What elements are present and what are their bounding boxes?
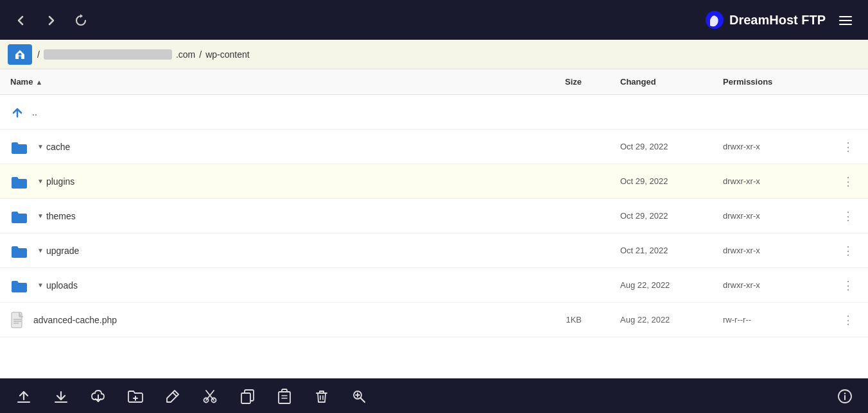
download-button[interactable] (50, 384, 72, 407)
file-name-advanced-cache: advanced-cache.php (33, 315, 117, 325)
file-name-col-plugins: ▼ plugins (10, 173, 543, 190)
folder-name-cache: cache (46, 142, 70, 152)
nav-controls (10, 9, 92, 30)
sort-arrow-icon: ▲ (35, 78, 42, 86)
file-row-upgrade[interactable]: ▼ upgrade Oct 21, 2022 drwxr-xr-x ⋮ (0, 233, 868, 268)
refresh-button[interactable] (69, 9, 92, 30)
folder-dropdown-plugins: ▼ (37, 178, 44, 185)
folder-dropdown-cache: ▼ (37, 143, 44, 150)
download-alt-button[interactable] (87, 384, 109, 407)
file-row-advanced-cache[interactable]: advanced-cache.php 1KB Aug 22, 2022 rw-r… (0, 303, 868, 337)
file-row-parent[interactable]: .. (0, 95, 868, 130)
home-button[interactable] (8, 44, 32, 65)
col-header-permissions[interactable]: Permissions (723, 77, 838, 87)
folder-name-plugins: plugins (46, 176, 74, 187)
top-bar: DreamHost FTP (0, 0, 868, 40)
bottom-toolbar (0, 378, 868, 413)
plugins-changed: Oct 29, 2022 (620, 176, 723, 186)
col-header-size[interactable]: Size (543, 77, 620, 87)
breadcrumb-sep-1: / (37, 49, 40, 60)
uploads-perms: drwxr-xr-x (723, 280, 838, 290)
file-name-col-cache: ▼ cache (10, 138, 543, 156)
svg-line-25 (361, 398, 365, 402)
folder-dropdown-themes: ▼ (37, 212, 44, 219)
copy-button[interactable] (236, 384, 258, 407)
address-bar: / .com / wp-content (0, 40, 868, 69)
logo-text: DreamHost FTP (729, 13, 826, 28)
uploads-context-menu-icon[interactable]: ⋮ (840, 276, 856, 295)
advanced-cache-changed: Aug 22, 2022 (620, 315, 723, 324)
plugins-actions[interactable]: ⋮ (838, 172, 858, 191)
advanced-cache-perms: rw-r--r-- (723, 315, 838, 324)
advanced-cache-size: 1KB (543, 315, 620, 324)
upgrade-context-menu-icon[interactable]: ⋮ (840, 241, 856, 260)
cache-actions[interactable]: ⋮ (838, 137, 858, 156)
breadcrumb-path: wp-content (205, 49, 249, 60)
file-row-uploads[interactable]: ▼ uploads Aug 22, 2022 drwxr-xr-x ⋮ (0, 268, 868, 303)
folder-name-upgrade: upgrade (46, 246, 79, 256)
svg-rect-18 (241, 393, 250, 403)
forward-button[interactable] (40, 10, 62, 31)
menu-button[interactable] (833, 9, 858, 31)
uploads-actions[interactable]: ⋮ (838, 276, 858, 295)
plugins-context-menu-icon[interactable]: ⋮ (840, 172, 856, 191)
dreamhost-logo: DreamHost FTP (705, 10, 826, 30)
folder-icon-uploads (10, 276, 28, 294)
file-name-col-upgrade: ▼ upgrade (10, 242, 543, 260)
breadcrumb-domain-suffix: .com (176, 49, 195, 60)
svg-rect-19 (279, 392, 290, 403)
file-name-col-advanced-cache: advanced-cache.php (10, 312, 543, 328)
add-folder-button[interactable] (125, 384, 146, 407)
col-header-changed[interactable]: Changed (620, 77, 723, 87)
themes-changed: Oct 29, 2022 (620, 211, 723, 221)
file-name-col-uploads: ▼ uploads (10, 276, 543, 294)
file-row-plugins[interactable]: ▼ plugins Oct 29, 2022 drwxr-xr-x ⋮ (0, 164, 868, 199)
paste-button[interactable] (273, 384, 295, 407)
folder-icon-plugins (10, 173, 28, 190)
file-name-col-parent: .. (10, 105, 543, 119)
parent-up-icon (10, 105, 24, 119)
upload-button[interactable] (13, 384, 35, 407)
themes-perms: drwxr-xr-x (723, 211, 838, 221)
svg-point-30 (844, 392, 846, 394)
cut-button[interactable] (199, 384, 221, 407)
folder-icon-upgrade (10, 242, 28, 260)
upgrade-changed: Oct 21, 2022 (620, 246, 723, 255)
back-button[interactable] (10, 10, 32, 31)
top-bar-right: DreamHost FTP (705, 9, 858, 31)
upgrade-perms: drwxr-xr-x (723, 246, 838, 255)
column-headers: Name ▲ Size Changed Permissions (0, 69, 868, 95)
breadcrumb-sep-2: / (199, 49, 202, 60)
upgrade-actions[interactable]: ⋮ (838, 241, 858, 260)
themes-context-menu-icon[interactable]: ⋮ (840, 206, 856, 226)
info-button[interactable] (835, 385, 855, 407)
edit-button[interactable] (162, 384, 184, 407)
folder-icon-themes (10, 207, 28, 225)
delete-button[interactable] (311, 384, 333, 407)
advanced-cache-actions[interactable]: ⋮ (838, 310, 858, 330)
file-area: Name ▲ Size Changed Permissions .. (0, 69, 868, 378)
svg-line-13 (173, 392, 177, 396)
plugins-perms: drwxr-xr-x (723, 176, 838, 186)
col-header-name[interactable]: Name ▲ (10, 77, 543, 87)
parent-dir-name: .. (32, 107, 37, 117)
permissions-button[interactable] (348, 384, 370, 407)
breadcrumb-domain-blurred (44, 49, 172, 60)
breadcrumb: / .com / wp-content (37, 49, 250, 60)
folder-dropdown-upgrade: ▼ (37, 247, 44, 254)
file-row-themes[interactable]: ▼ themes Oct 29, 2022 drwxr-xr-x ⋮ (0, 199, 868, 233)
file-row-cache[interactable]: ▼ cache Oct 29, 2022 drwxr-xr-x ⋮ (0, 130, 868, 164)
folder-icon-cache (10, 138, 28, 156)
folder-name-uploads: uploads (46, 280, 78, 291)
themes-actions[interactable]: ⋮ (838, 206, 858, 226)
folder-dropdown-uploads: ▼ (37, 282, 44, 289)
uploads-changed: Aug 22, 2022 (620, 280, 723, 290)
cache-context-menu-icon[interactable]: ⋮ (840, 137, 856, 156)
advanced-cache-context-menu-icon[interactable]: ⋮ (840, 310, 856, 330)
folder-name-themes: themes (46, 211, 76, 221)
file-icon-advanced-cache (10, 312, 26, 328)
cache-changed: Oct 29, 2022 (620, 142, 723, 151)
cache-perms: drwxr-xr-x (723, 142, 838, 151)
file-name-col-themes: ▼ themes (10, 207, 543, 225)
